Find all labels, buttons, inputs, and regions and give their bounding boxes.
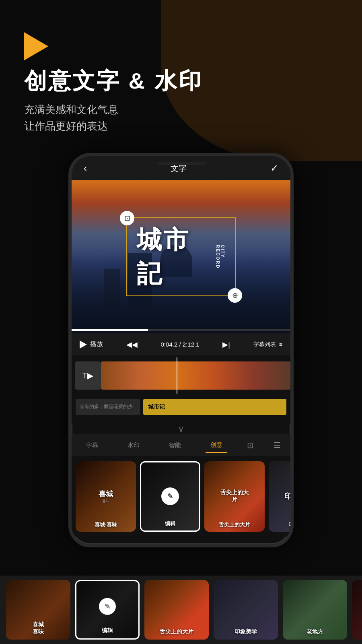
- phone-notch: [157, 162, 205, 165]
- subtitle-line1: 充满美感和文化气息: [24, 103, 118, 116]
- timeline-track: T▶: [72, 361, 290, 394]
- timeline-section: T▶ ㊯有的多，而是花费的少 城市记: [72, 355, 290, 424]
- strip-label-xicheng: 喜城喜味: [6, 621, 70, 636]
- overlay-main-text: 城市記: [137, 223, 212, 291]
- list-icon[interactable]: ☰: [274, 440, 281, 450]
- subtitle-clip-gold-text: 城市记: [148, 403, 165, 411]
- app-logo: [24, 32, 52, 60]
- strip-label-yinxiang: 印象美学: [214, 628, 278, 636]
- template-chengshi-label: 编辑: [141, 520, 199, 527]
- bookmark-icon[interactable]: ⊡: [247, 440, 254, 450]
- skip-forward-button[interactable]: ▶|: [222, 340, 230, 349]
- template-yinxiang-text: 印象美学: [284, 491, 290, 501]
- subtitle-clip-gold[interactable]: 城市记: [143, 399, 286, 415]
- play-label: 播放: [90, 340, 103, 349]
- bottom-template-strip: 喜城喜味 ✎ 编辑 舌尖上的大片 印象美学 老地方 WeAreyoung: [0, 576, 362, 644]
- page-title: 创意文字 & 水印: [24, 68, 203, 93]
- phone-frame: ‹ 文字 ✓ ⊡ 城市記 CITYRECORD ⊕: [68, 153, 294, 547]
- subtitle-track: ㊯有的多，而是花费的少 城市记: [72, 396, 290, 418]
- move-overlay-button[interactable]: ⊕: [228, 288, 242, 303]
- phone-topbar: ‹ 文字 ✓: [72, 156, 290, 180]
- strip-label-shejian: 舌尖上的大片: [144, 628, 209, 636]
- timeline-playhead: [177, 357, 177, 394]
- video-preview: ⊡ 城市記 CITYRECORD ⊕: [72, 180, 290, 333]
- tab-watermark[interactable]: 水印: [123, 438, 144, 452]
- strip-card-shejian[interactable]: 舌尖上的大片: [144, 580, 209, 640]
- template-yinxiang[interactable]: 印象美学 印象美学: [269, 461, 290, 532]
- strip-label-laodifang: 老地方: [283, 628, 347, 636]
- template-xicheng-text: 喜城 喜味: [99, 489, 113, 504]
- timeline-text-icon[interactable]: T▶: [75, 361, 101, 390]
- header-section: 创意文字 & 水印 充满美感和文化气息 让作品更好的表达: [24, 32, 203, 135]
- subtitle-clip-dark[interactable]: ㊯有的多，而是花费的少: [76, 399, 140, 415]
- overlay-side-text: CITYRECORD: [216, 245, 225, 269]
- template-shejian-text: 舌尖上的大片: [220, 489, 250, 504]
- text-overlay-box[interactable]: ⊡ 城市記 CITYRECORD ⊕: [126, 217, 236, 296]
- timeline-video-frames[interactable]: [101, 361, 290, 390]
- subtitle-line2: 让作品更好的表达: [24, 120, 108, 132]
- strip-edit-icon: ✎: [99, 598, 116, 615]
- strip-label-chengshi: 编辑: [76, 627, 138, 634]
- template-yinxiang-label: 印象美学: [269, 521, 290, 528]
- tab-bar: 字幕 水印 智能 创意 ⊡ ☰: [72, 434, 290, 456]
- phone-mockup: ‹ 文字 ✓ ⊡ 城市記 CITYRECORD ⊕: [68, 153, 294, 547]
- templates-row: 喜城 喜味 喜城·喜味 ✎ 编辑 舌尖上的大片 舌尖上的大片 印象美学: [72, 456, 290, 537]
- tab-smart[interactable]: 智能: [164, 438, 186, 452]
- back-button[interactable]: ‹: [84, 163, 87, 174]
- template-chengshi[interactable]: ✎ 编辑: [140, 461, 200, 532]
- video-background: ⊡ 城市記 CITYRECORD ⊕: [72, 180, 290, 333]
- confirm-button[interactable]: ✓: [270, 163, 278, 174]
- progress-bar[interactable]: [72, 329, 290, 331]
- play-button[interactable]: [80, 341, 87, 349]
- subtitle-clip-dark-text: ㊯有的多，而是花费的少: [80, 403, 133, 410]
- subtitle-list-icon: ≡: [279, 341, 282, 348]
- strip-card-laodifang[interactable]: 老地方: [283, 580, 347, 640]
- time-display: 0:04.2 / 2:12.1: [161, 341, 200, 348]
- template-xicheng[interactable]: 喜城 喜味 喜城·喜味: [76, 461, 136, 532]
- tab-subtitle[interactable]: 字幕: [81, 438, 103, 452]
- strip-card-xicheng[interactable]: 喜城喜味: [6, 580, 70, 640]
- subtitle-list-label: 字幕列表: [253, 341, 276, 348]
- strip-card-weyoung[interactable]: WeAreyoung: [352, 580, 362, 640]
- template-shejian-label: 舌尖上的大片: [204, 521, 265, 528]
- template-shejian[interactable]: 舌尖上的大片 舌尖上的大片: [204, 461, 265, 532]
- subtitle-list-section[interactable]: 字幕列表 ≡: [253, 341, 282, 348]
- page-subtitle: 充满美感和文化气息 让作品更好的表达: [24, 101, 203, 135]
- collapse-chevron[interactable]: ∨: [178, 424, 184, 434]
- tab-creative[interactable]: 创意: [206, 438, 227, 453]
- strip-card-chengshi[interactable]: ✎ 编辑: [75, 580, 140, 640]
- progress-fill: [72, 329, 148, 331]
- strip-card-yinxiang[interactable]: 印象美学: [214, 580, 278, 640]
- skip-back-button[interactable]: ◀◀: [126, 340, 138, 349]
- playback-controls: 播放 ◀◀ 0:04.2 / 2:12.1 ▶| 字幕列表 ≡: [72, 333, 290, 355]
- template-xicheng-label: 喜城·喜味: [76, 521, 136, 528]
- play-section: 播放: [80, 340, 103, 349]
- play-triangle-icon: [24, 32, 48, 60]
- delete-overlay-button[interactable]: ⊡: [120, 211, 134, 225]
- edit-badge[interactable]: ✎: [161, 487, 179, 505]
